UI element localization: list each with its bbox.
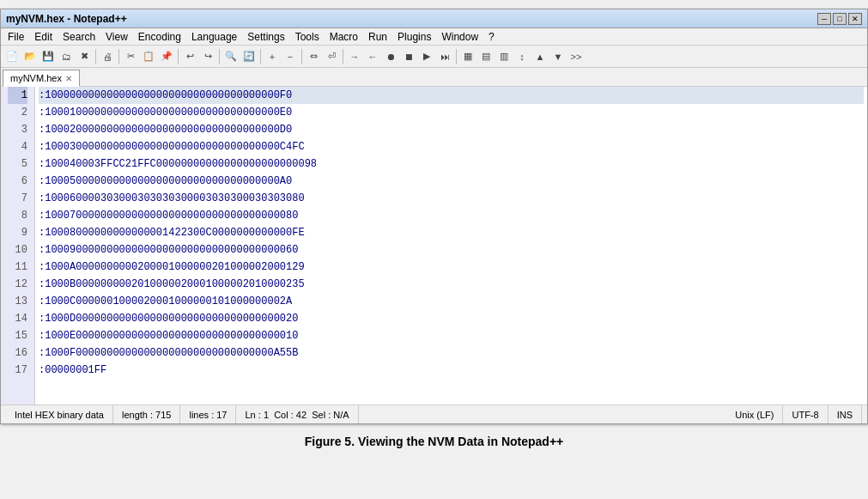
menu-encoding[interactable]: Encoding — [133, 29, 186, 45]
zoom-out-button[interactable]: − — [282, 48, 299, 65]
close-button[interactable]: ✕ — [848, 13, 862, 25]
code-line-1: :10000000000000000000000000000000000000F… — [39, 87, 864, 104]
menu-window[interactable]: Window — [436, 29, 483, 45]
line-num-14: 14 — [8, 310, 27, 327]
status-insert: INS — [829, 405, 862, 423]
menu-macro[interactable]: Macro — [325, 29, 363, 45]
code-area[interactable]: :10000000000000000000000000000000000000F… — [35, 87, 867, 405]
toolbar-sep-4 — [219, 49, 220, 64]
toolbar-sep-2 — [118, 49, 119, 64]
macro-play-button[interactable]: ▶ — [418, 48, 435, 65]
status-encoding: UTF-8 — [783, 405, 828, 423]
line-num-11: 11 — [8, 259, 27, 276]
zoom-in-button[interactable]: + — [264, 48, 281, 65]
tab-mynvm[interactable]: myNVM.hex ✕ — [3, 70, 80, 87]
title-bar: myNVM.hex - Notepad++ ─ □ ✕ — [1, 9, 867, 28]
menu-edit[interactable]: Edit — [29, 29, 58, 45]
toolbar-sep-8 — [456, 49, 457, 64]
tab-label: myNVM.hex — [10, 73, 62, 83]
code-line-17: :00000001FF — [39, 362, 864, 379]
line-num-12: 12 — [8, 276, 27, 293]
menu-file[interactable]: File — [3, 29, 29, 45]
figure-caption: Figure 5. Viewing the NVM Data in Notepa… — [305, 435, 564, 448]
line-num-5: 5 — [8, 155, 27, 173]
sort-button[interactable]: ↕ — [513, 48, 531, 65]
line-num-13: 13 — [8, 293, 27, 310]
open-button[interactable]: 📂 — [21, 48, 39, 65]
menu-run[interactable]: Run — [363, 29, 392, 45]
tab-bar: myNVM.hex ✕ — [1, 68, 867, 87]
code-line-13: :1000C000000100002000100000010100000000​… — [39, 293, 864, 310]
line-num-7: 7 — [8, 190, 27, 207]
line-num-9: 9 — [8, 224, 27, 241]
code-line-6: :10005000000000000000000000000000000000A… — [39, 173, 864, 190]
maximize-button[interactable]: □ — [833, 13, 847, 25]
save-button[interactable]: 💾 — [39, 48, 57, 65]
code-line-2: :10001000000000000000000000000000000000E… — [39, 104, 864, 121]
close-button[interactable]: ✖ — [76, 48, 93, 65]
cut-button[interactable]: ✂ — [122, 48, 139, 65]
editor-area: 1 2 3 4 5 6 7 8 9 10 11 12 13 14 15 16 1… — [1, 87, 867, 405]
new-button[interactable]: 📄 — [3, 48, 21, 65]
toolbar-sep-1 — [95, 49, 96, 64]
status-ln: Ln : 1 Col : 42 Sel : N/A — [236, 405, 358, 423]
menu-plugins[interactable]: Plugins — [392, 29, 436, 45]
panel2-button[interactable]: ▤ — [477, 48, 495, 65]
line-num-4: 4 — [8, 138, 27, 155]
code-line-11: :1000A0000000000200001000000201000002000… — [39, 259, 864, 276]
find-button[interactable]: 🔍 — [222, 48, 240, 65]
status-bar: Intel HEX binary data length : 715 lines… — [1, 405, 867, 423]
code-line-4: :10003000000000000000000000000000000000C… — [39, 138, 864, 155]
more-button[interactable]: >> — [568, 48, 585, 65]
word-wrap-button[interactable]: ⏎ — [323, 48, 340, 65]
print-button[interactable]: 🖨 — [99, 48, 116, 65]
code-line-12: :1000B000000000201000002000100000201000​… — [39, 276, 864, 293]
menu-settings[interactable]: Settings — [242, 29, 289, 45]
panel3-button[interactable]: ▥ — [495, 48, 513, 65]
menu-tools[interactable]: Tools — [290, 29, 325, 45]
down-button[interactable]: ▼ — [549, 48, 567, 65]
menu-search[interactable]: Search — [58, 29, 100, 45]
notepad-window: myNVM.hex - Notepad++ ─ □ ✕ File Edit Se… — [0, 9, 868, 424]
menu-view[interactable]: View — [100, 29, 133, 45]
up-button[interactable]: ▲ — [531, 48, 549, 65]
code-line-7: :100060000303000303030300003030300030303… — [39, 190, 864, 207]
menu-language[interactable]: Language — [186, 29, 242, 45]
indent-button[interactable]: → — [346, 48, 363, 65]
window-title: myNVM.hex - Notepad++ — [6, 13, 127, 25]
status-filetype: Intel HEX binary data — [6, 405, 113, 423]
toolbar-1: 📄 📂 💾 🗂 ✖ 🖨 ✂ 📋 📌 ↩ ↪ 🔍 🔄 + − ⇔ ⏎ → ← ⏺ … — [1, 46, 867, 68]
minimize-button[interactable]: ─ — [817, 13, 831, 25]
line-num-17: 17 — [8, 362, 27, 379]
menu-help[interactable]: ? — [483, 29, 500, 45]
code-line-3: :10002000000000000000000000000000000000D… — [39, 121, 864, 138]
line-num-1: 1 — [8, 87, 27, 104]
line-num-15: 15 — [8, 327, 27, 344]
tab-close-icon[interactable]: ✕ — [65, 74, 72, 83]
code-line-5: :100040003FFCC21FFC000000000000000000000… — [39, 155, 864, 173]
paste-button[interactable]: 📌 — [158, 48, 175, 65]
copy-button[interactable]: 📋 — [140, 48, 157, 65]
code-line-14: :1000D0000000000000000000000000000000000… — [39, 310, 864, 327]
redo-button[interactable]: ↪ — [199, 48, 216, 65]
macro-stop-button[interactable]: ⏹ — [400, 48, 417, 65]
save-all-button[interactable]: 🗂 — [58, 48, 75, 65]
menu-bar: File Edit Search View Encoding Language … — [1, 28, 867, 46]
toolbar-sep-7 — [343, 49, 343, 64]
sync-scroll-button[interactable]: ⇔ — [305, 48, 322, 65]
replace-button[interactable]: 🔄 — [240, 48, 258, 65]
line-num-6: 6 — [8, 173, 27, 190]
status-lines: lines : 17 — [180, 405, 236, 423]
line-num-16: 16 — [8, 344, 27, 362]
outdent-button[interactable]: ← — [364, 48, 381, 65]
toolbar-sep-5 — [260, 49, 261, 64]
panel1-button[interactable]: ▦ — [459, 48, 476, 65]
macro-record-button[interactable]: ⏺ — [382, 48, 399, 65]
macro-run-button[interactable]: ⏭ — [436, 48, 453, 65]
undo-button[interactable]: ↩ — [181, 48, 198, 65]
code-line-9: :10008000000000000001422300C000000000000… — [39, 224, 864, 241]
status-length: length : 715 — [113, 405, 181, 423]
line-numbers: 1 2 3 4 5 6 7 8 9 10 11 12 13 14 15 16 1… — [1, 87, 35, 405]
code-line-8: :100070000000000000000000000000000000000… — [39, 207, 864, 224]
toolbar-sep-6 — [301, 49, 302, 64]
